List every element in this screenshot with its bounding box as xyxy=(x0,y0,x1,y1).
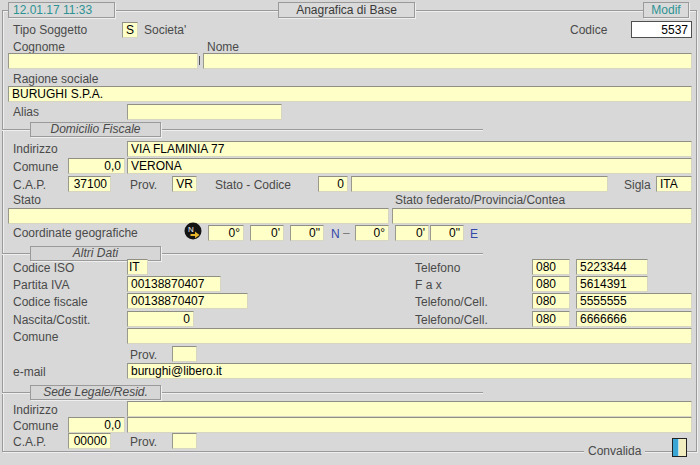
email-input[interactable] xyxy=(127,363,692,379)
ragione-sociale-input[interactable] xyxy=(8,86,692,102)
nome-input[interactable] xyxy=(203,53,692,69)
lat-sec-input[interactable] xyxy=(290,225,324,241)
altri-prov-input[interactable] xyxy=(172,346,197,362)
sede-legale-section-header: Sede Legale/Resid. xyxy=(30,385,161,400)
domicilio-comune-input[interactable] xyxy=(127,158,692,174)
sigla-input[interactable] xyxy=(656,176,692,192)
telefono-number-input[interactable] xyxy=(576,259,648,275)
telefono-prefix-input[interactable] xyxy=(532,259,570,275)
altri-comune-input[interactable] xyxy=(127,328,692,344)
cognome-input[interactable] xyxy=(8,53,198,69)
convalida-toggle-icon[interactable] xyxy=(672,438,687,457)
tipo-soggetto-input[interactable] xyxy=(122,22,138,38)
cell1-prefix-input[interactable] xyxy=(532,293,570,309)
fax-label: F a x xyxy=(415,279,442,292)
sigla-label: Sigla xyxy=(624,179,651,192)
stato-nome-input[interactable] xyxy=(351,176,608,192)
codice-iso-input[interactable] xyxy=(127,259,148,275)
domicilio-comune-code-input[interactable] xyxy=(68,158,125,174)
codice-fiscale-input[interactable] xyxy=(127,293,248,309)
coordinate-label: Coordinate geografiche xyxy=(13,227,138,240)
alias-input[interactable] xyxy=(127,104,282,120)
email-label: e-mail xyxy=(13,366,46,379)
sede-cap-label: C.A.P. xyxy=(13,436,46,449)
domicilio-prov-input[interactable] xyxy=(172,176,197,192)
codice-iso-label: Codice ISO xyxy=(13,262,74,275)
sede-indirizzo-input[interactable] xyxy=(127,401,692,417)
cell2-prefix-input[interactable] xyxy=(532,311,570,327)
svg-text:N: N xyxy=(188,225,194,234)
nascita-label: Nascita/Costit. xyxy=(13,314,90,327)
alias-label: Alias xyxy=(13,106,39,119)
tipo-soggetto-label: Tipo Soggetto xyxy=(13,24,87,37)
lon-sec-input[interactable] xyxy=(430,225,464,241)
domicilio-indirizzo-input[interactable] xyxy=(127,141,692,157)
modif-button[interactable]: Modif xyxy=(643,2,689,18)
lat-min-input[interactable] xyxy=(250,225,284,241)
sede-prov-input[interactable] xyxy=(172,433,197,449)
lat-direction-label: N xyxy=(331,227,340,241)
ragione-sociale-label: Ragione sociale xyxy=(13,73,98,86)
domicilio-cap-input[interactable] xyxy=(68,176,111,192)
globe-icon[interactable]: N xyxy=(184,222,202,240)
timestamp: 12.01.17 11:33 xyxy=(8,2,115,18)
domicilio-cap-label: C.A.P. xyxy=(13,179,46,192)
stato-federato-label: Stato federato/Provincia/Contea xyxy=(395,194,565,207)
stato-label: Stato xyxy=(13,194,41,207)
anagrafica-window: 12.01.17 11:33 Anagrafica di Base Modif … xyxy=(0,0,700,465)
codice-label: Codice xyxy=(570,24,607,37)
coordinate-separator: – xyxy=(343,226,350,240)
partita-iva-label: Partita IVA xyxy=(13,279,69,292)
sede-cap-input[interactable] xyxy=(68,433,111,449)
field-separator-mark xyxy=(199,56,200,65)
tipo-soggetto-desc: Societa' xyxy=(144,24,186,37)
cell1-number-input[interactable] xyxy=(576,293,692,309)
sede-comune-label: Comune xyxy=(13,420,58,433)
page-title: Anagrafica di Base xyxy=(278,2,415,18)
altri-prov-label: Prov. xyxy=(130,349,157,362)
sede-comune-code-input[interactable] xyxy=(68,417,125,433)
telefono-label: Telefono xyxy=(415,262,460,275)
domicilio-comune-label: Comune xyxy=(13,161,58,174)
stato-codice-label: Stato - Codice xyxy=(215,179,291,192)
fax-number-input[interactable] xyxy=(576,276,648,292)
stato-federato-input[interactable] xyxy=(392,208,692,224)
lon-min-input[interactable] xyxy=(395,225,429,241)
lat-deg-input[interactable] xyxy=(208,225,244,241)
stato-codice-input[interactable] xyxy=(318,176,348,192)
sede-indirizzo-label: Indirizzo xyxy=(13,404,58,417)
domicilio-section-header: Domicilio Fiscale xyxy=(30,122,161,137)
convalida-label: Convalida xyxy=(584,444,645,458)
domicilio-prov-label: Prov. xyxy=(130,179,157,192)
lon-direction-label: E xyxy=(470,227,478,241)
partita-iva-input[interactable] xyxy=(127,276,221,292)
sede-prov-label: Prov. xyxy=(130,436,157,449)
nascita-input[interactable] xyxy=(127,311,194,327)
sede-comune-input[interactable] xyxy=(127,417,692,433)
cell1-label: Telefono/Cell. xyxy=(415,296,488,309)
codice-fiscale-label: Codice fiscale xyxy=(13,296,88,309)
cell2-number-input[interactable] xyxy=(576,311,692,327)
fax-prefix-input[interactable] xyxy=(532,276,570,292)
domicilio-indirizzo-label: Indirizzo xyxy=(13,143,58,156)
altri-comune-label: Comune xyxy=(13,331,58,344)
lon-deg-input[interactable] xyxy=(355,225,389,241)
cell2-label: Telefono/Cell. xyxy=(415,314,488,327)
codice-input[interactable] xyxy=(631,21,692,38)
